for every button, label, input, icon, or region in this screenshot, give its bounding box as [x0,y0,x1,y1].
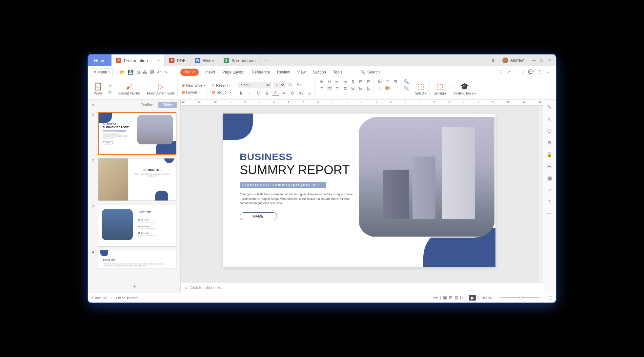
doc-tab-presentation[interactable]: P Presentation ✕ [111,54,165,66]
menu-button[interactable]: ≡ Menu ▾ [91,68,113,76]
arrange-icon[interactable]: ⊞ [393,79,398,84]
columns-icon[interactable]: ⊟ [358,86,364,91]
ribbon-tab-section[interactable]: Section [312,69,327,76]
layout-button[interactable]: ▦Layout▾ [182,90,205,94]
search-box[interactable]: 🔍 [355,70,407,74]
ribbon-tab-home[interactable]: Home [180,69,199,76]
shapes-icon[interactable]: ◻ [385,79,390,84]
replace-icon[interactable]: 🔍 [404,86,409,91]
slide-thumbnail-2[interactable]: SETION TITL Enter your subtitle here con… [98,158,176,201]
maximize-icon[interactable]: □ [539,58,544,63]
numbering-icon[interactable]: ☷ [327,79,332,84]
align-text-icon[interactable]: ⊟ [366,79,372,84]
export-icon[interactable]: ↗ [507,69,511,75]
slide-thumbnail-1[interactable]: BUSINESS SUMMRY REPORT plan/report/summr… [98,112,176,155]
print-icon[interactable]: 🖶 [143,70,147,75]
font-name-select[interactable]: Seoui [238,82,271,88]
ribbon-tab-view[interactable]: View [296,69,306,76]
sorter-view-icon[interactable]: ⊞ [449,295,453,301]
panel-toggle-icon[interactable]: ◨ [490,58,494,63]
panel-icon[interactable]: ▣ [547,175,552,181]
doc-tab-spreadsheet[interactable]: S Spreadsheet [219,54,261,66]
bullets-icon[interactable]: ☰ [319,79,324,84]
ribbon-tab-review[interactable]: Review [276,69,291,76]
font-size-select[interactable]: 10 [273,82,285,88]
play-icon[interactable]: ▷ [158,82,164,91]
slide-canvas[interactable]: BUSINESS SUMMRY REPORT plan/report/summr… [223,114,495,267]
comment-icon[interactable]: 💬 [528,69,533,75]
slide-thumbnail-4[interactable]: Enter title • Click here to add text, si… [98,250,176,268]
setting-icon[interactable]: ⬚ [436,82,443,91]
font-color-icon[interactable]: A [272,90,279,96]
export-icon[interactable]: ⇲ [136,70,140,75]
vertical-scrollbar[interactable] [538,106,543,282]
reset-button[interactable]: ↻Reset▾ [212,83,231,88]
clear-format-icon[interactable]: ◇ [306,90,313,96]
bold-icon[interactable]: B [238,90,245,96]
zoom-in-icon[interactable]: + [543,296,545,300]
lock-icon[interactable]: 🔒 [546,152,553,158]
decrease-font-icon[interactable]: A↓ [296,82,302,88]
student-tools-icon[interactable]: 🎓 [460,82,469,91]
cut-icon[interactable]: ✂ [109,83,112,88]
ribbon-tab-page-layout[interactable]: Page Layout [222,69,245,76]
outline-toggle[interactable]: Outline [137,102,157,108]
canvas-scroll[interactable]: BUSINESS SUMMRY REPORT plan/report/summr… [181,106,538,282]
highlight-icon[interactable]: ✏ [281,90,287,96]
ribbon-tab-reference[interactable]: Reference [251,69,270,76]
collapse-panel-icon[interactable]: ‹‹ [91,103,94,107]
close-icon[interactable]: ✕ [547,58,552,63]
underline-icon[interactable]: U [255,90,262,96]
find-icon[interactable]: 🔍 [404,79,409,84]
export-rail-icon[interactable]: ↦ [547,163,552,169]
view-menu-icon[interactable]: ≡▾ [433,295,438,301]
add-tab-button[interactable]: + [261,57,272,63]
home-tab[interactable]: Home [88,54,111,66]
italic-icon[interactable]: I [247,90,253,96]
notes-pane[interactable]: ≡ Click to add notes [181,282,543,293]
share-icon[interactable]: ⇪ [499,69,503,75]
user-menu[interactable]: Andrew [498,57,528,63]
search-input[interactable] [367,70,407,74]
line-spacing-icon[interactable]: ⇕ [351,79,356,84]
ribbon-tab-insert[interactable]: Insert [205,69,216,76]
more-rail-icon[interactable]: ⋯ [547,210,552,216]
text-direction-icon[interactable]: ⊞ [358,79,364,84]
doc-tab-writer[interactable]: W Writer [191,54,219,66]
align-left-icon[interactable]: ≡ [319,86,324,91]
zoom-slider[interactable] [500,297,540,298]
subscript-icon[interactable]: X₂ [298,90,304,96]
fit-window-icon[interactable]: ⛶ [548,296,552,300]
add-slide-button[interactable]: + [88,281,180,293]
reading-view-icon[interactable]: ▥ [454,295,458,301]
play-slideshow-icon[interactable]: ▶ [469,295,476,301]
distributed-icon[interactable]: ⊞ [351,86,356,91]
doc-tab-pdf[interactable]: P PDF [165,54,191,66]
close-icon[interactable]: ✕ [157,59,160,62]
slide-thumbnail-3[interactable]: Enter title 01. Enter titleClick here to… [98,204,176,247]
cloud-icon[interactable]: ⬚ [514,69,519,75]
strikethrough-icon[interactable]: S [264,90,270,96]
zoom-value[interactable]: 100% [482,296,492,300]
normal-view-icon[interactable]: ▣ [443,295,447,301]
edit-icon[interactable]: ✎ [547,104,552,110]
text-box-icon[interactable]: ◻ [377,86,382,91]
slides-toggle[interactable]: Slides [158,102,177,108]
decrease-indent-icon[interactable]: ⇤ [335,79,340,84]
increase-font-icon[interactable]: A↑ [287,82,294,88]
slide-text-block[interactable]: BUSINESS SUMMRY REPORT plan/report/summr… [240,151,354,220]
zoom-out-icon[interactable]: − [495,296,497,300]
shape-tool-icon[interactable]: ⬠ [547,128,552,134]
superscript-icon[interactable]: X² [289,90,296,96]
open-icon[interactable]: 📂 [120,70,125,75]
share-rail-icon[interactable]: ↗ [547,187,552,193]
print-preview-icon[interactable]: 🗐 [150,70,154,75]
more-paragraph-icon[interactable]: ⊡ [366,86,372,91]
select-icon[interactable]: ⬚ [417,82,424,91]
paste-icon[interactable]: 📋 [93,82,102,91]
fill-icon[interactable]: 🎨 [385,86,390,91]
help-icon[interactable]: ? [548,199,551,204]
redo-icon[interactable]: ↷ [164,70,168,75]
adjust-icon[interactable]: ⚙ [547,140,552,146]
save-icon[interactable]: 💾 [128,70,133,75]
